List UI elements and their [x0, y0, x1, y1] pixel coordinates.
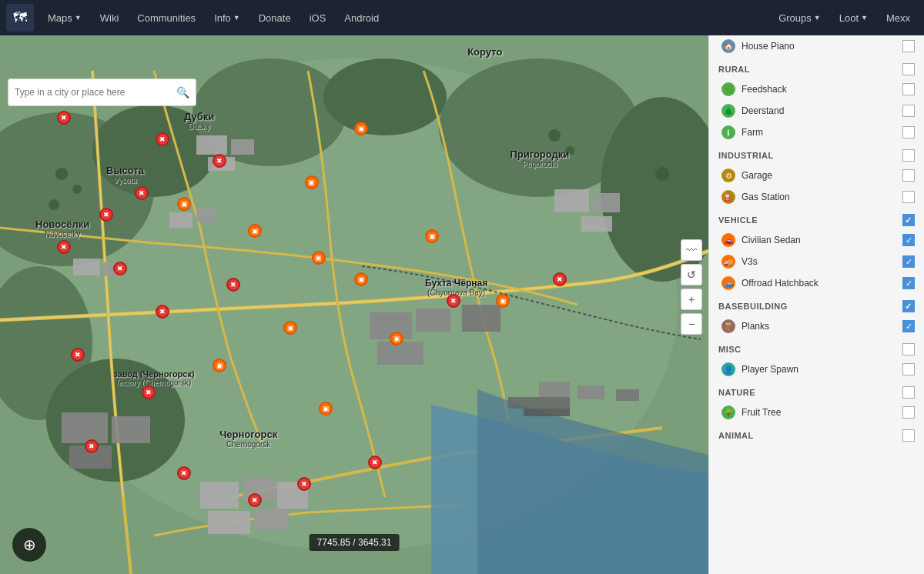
civilian-sedan-checkbox[interactable]: ✓ [902, 234, 915, 246]
svg-rect-39 [524, 409, 570, 416]
svg-rect-36 [112, 416, 150, 443]
nav-groups[interactable]: Groups ▼ [771, 8, 829, 28]
item-fruit-tree[interactable]: 🌳 Fruit Tree [709, 402, 924, 423]
site-logo[interactable]: 🗺 [6, 4, 34, 32]
nav-user[interactable]: Mexx [879, 8, 918, 28]
item-civilian-sedan[interactable]: 🚗 Civilian Sedan ✓ [709, 229, 924, 251]
marker-red-16[interactable]: ✖ [447, 294, 460, 308]
fruit-tree-icon: 🌳 [721, 405, 735, 419]
item-offroad-hatchback[interactable]: 🚙 Offroad Hatchback ✓ [709, 272, 924, 294]
svg-point-12 [49, 199, 59, 210]
civilian-sedan-label: Civilian Sedan [742, 235, 896, 245]
svg-rect-33 [208, 511, 250, 534]
gas-station-icon: ⛽ [721, 190, 735, 204]
house-piano-icon: 🏠 [721, 39, 735, 53]
nature-checkbox[interactable] [902, 386, 915, 399]
animal-checkbox[interactable] [902, 429, 915, 442]
marker-red-9[interactable]: ✖ [71, 348, 85, 362]
marker-orange-11[interactable]: ▣ [305, 175, 319, 189]
item-player-spawn[interactable]: 👤 Player Spawn [709, 359, 924, 380]
maps-arrow-icon: ▼ [75, 14, 82, 22]
farm-label: Farm [742, 127, 896, 138]
nav-info[interactable]: Info ▼ [206, 8, 248, 28]
marker-red-18[interactable]: ✖ [57, 111, 71, 125]
item-v3s[interactable]: 🚚 V3s ✓ [709, 251, 924, 272]
marker-red-13[interactable]: ✖ [248, 493, 262, 507]
garage-checkbox[interactable] [902, 169, 915, 182]
item-planks[interactable]: 🪵 Planks ✓ [709, 315, 924, 337]
fruit-tree-label: Fruit Tree [742, 407, 896, 418]
planks-icon: 🪵 [721, 319, 735, 333]
marker-orange-9[interactable]: ▣ [390, 332, 403, 345]
farm-checkbox[interactable] [902, 126, 915, 138]
tool-route[interactable]: 〰 [681, 239, 702, 261]
nav-communities[interactable]: Communities [129, 8, 203, 28]
item-gas-station[interactable]: ⛽ Gas Station [709, 186, 924, 208]
deerstand-checkbox[interactable] [902, 105, 915, 117]
nav-loot[interactable]: Loot ▼ [832, 8, 875, 28]
svg-point-14 [565, 146, 574, 155]
marker-red-3[interactable]: ✖ [135, 186, 149, 200]
item-house-piano[interactable]: 🏠 House Piano [709, 35, 924, 57]
item-garage[interactable]: ⚙ Garage [709, 165, 924, 186]
gas-station-checkbox[interactable] [902, 191, 915, 203]
feedshack-label: Feedshack [742, 84, 896, 95]
tool-refresh[interactable]: ↺ [681, 264, 702, 285]
v3s-checkbox[interactable]: ✓ [902, 255, 915, 268]
marker-red-4[interactable]: ✖ [99, 208, 113, 222]
tool-zoom-in[interactable]: + [681, 289, 702, 310]
item-feedshack[interactable]: 🌿 Feedshack [709, 78, 924, 100]
vehicle-checkbox[interactable]: ✓ [902, 214, 915, 226]
planks-checkbox[interactable]: ✓ [902, 320, 915, 332]
search-bar: 🔍 [8, 78, 196, 106]
info-arrow-icon: ▼ [233, 14, 240, 22]
garage-label: Garage [742, 170, 896, 181]
player-spawn-label: Player Spawn [742, 364, 896, 375]
animal-label: ANIMAL [718, 431, 754, 440]
svg-rect-16 [196, 135, 227, 155]
svg-rect-24 [593, 193, 620, 212]
industrial-checkbox[interactable] [902, 149, 915, 162]
category-nature: NATURE [709, 380, 924, 402]
nav-android[interactable]: Android [336, 8, 387, 28]
map-container[interactable]: Дубки Dubky Высота Vysota Новосёлки Novo… [0, 35, 708, 574]
search-icon[interactable]: 🔍 [176, 86, 189, 98]
marker-orange-2[interactable]: ▣ [248, 224, 262, 238]
fruit-tree-checkbox[interactable] [902, 406, 915, 419]
house-piano-checkbox[interactable] [902, 40, 915, 52]
marker-red-17[interactable]: ✖ [553, 272, 567, 286]
marker-orange-3[interactable]: ▣ [312, 251, 326, 265]
svg-point-13 [548, 129, 561, 142]
marker-orange-6[interactable]: ▣ [283, 321, 297, 335]
player-spawn-checkbox[interactable] [902, 363, 915, 375]
marker-orange-5[interactable]: ▣ [354, 272, 368, 286]
marker-red-12[interactable]: ✖ [177, 466, 191, 480]
marker-orange-8[interactable]: ▣ [319, 402, 333, 415]
nav-wiki[interactable]: Wiki [92, 8, 127, 28]
item-deerstand[interactable]: 🌲 Deerstand [709, 100, 924, 122]
tool-zoom-out[interactable]: − [681, 313, 702, 335]
marker-red-10[interactable]: ✖ [142, 385, 156, 399]
map-tools: 〰 ↺ + − [681, 239, 702, 335]
nav-maps[interactable]: Maps ▼ [40, 8, 89, 28]
rural-checkbox[interactable] [902, 63, 915, 75]
marker-orange-1[interactable]: ▣ [177, 197, 191, 211]
feedshack-checkbox[interactable] [902, 83, 915, 95]
misc-checkbox[interactable] [902, 343, 915, 355]
search-input[interactable] [15, 87, 176, 98]
marker-red-2[interactable]: ✖ [213, 154, 226, 168]
marker-orange-7[interactable]: ▣ [213, 359, 226, 372]
nav-donate[interactable]: Donate [251, 8, 299, 28]
deerstand-label: Deerstand [742, 105, 896, 116]
marker-red-5[interactable]: ✖ [57, 240, 71, 254]
category-misc: MISC [709, 337, 924, 359]
farm-icon: ℹ [721, 125, 735, 139]
basebuilding-checkbox[interactable]: ✓ [902, 300, 915, 312]
marker-orange-12[interactable]: ▣ [354, 122, 368, 135]
marker-orange-10[interactable]: ▣ [496, 294, 510, 308]
item-farm[interactable]: ℹ Farm [709, 122, 924, 143]
planks-label: Planks [742, 321, 896, 332]
marker-orange-4[interactable]: ▣ [425, 229, 439, 243]
nav-ios[interactable]: iOS [302, 8, 334, 28]
offroad-hatchback-checkbox[interactable]: ✓ [902, 277, 915, 289]
